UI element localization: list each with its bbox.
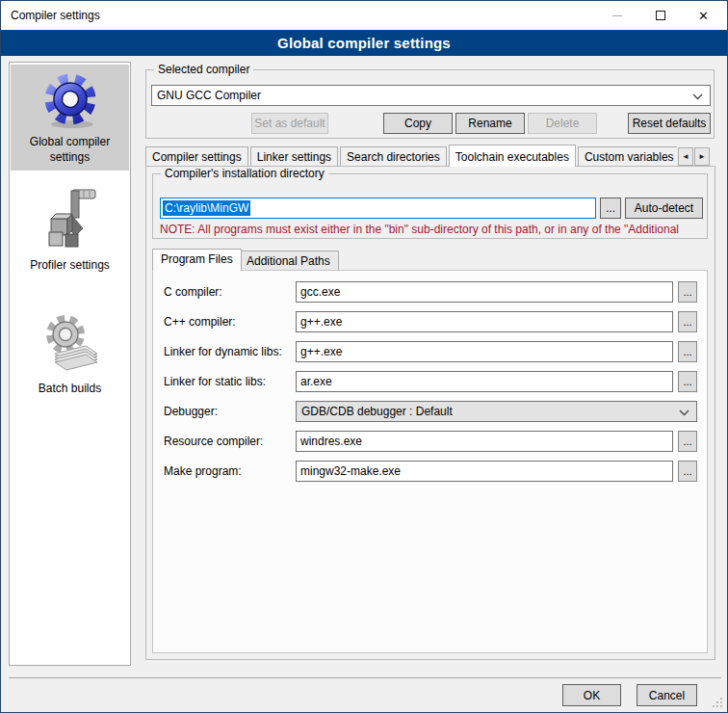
directory-browse-button[interactable]: ... <box>600 198 621 219</box>
debugger-select-value: GDB/CDB debugger : Default <box>301 405 453 418</box>
subtab-program-files[interactable]: Program Files <box>152 249 242 271</box>
dynamic-linker-input[interactable] <box>296 341 673 362</box>
batch-builds-gear-icon <box>39 309 101 379</box>
resize-grip[interactable] <box>711 696 723 708</box>
field-row-c-compiler: C compiler: ... <box>153 281 707 303</box>
compiler-settings-dialog: Compiler settings ✕ Global compiler sett… <box>0 0 728 713</box>
sidebar-item-label: Profiler settings <box>11 257 129 278</box>
sidebar-item-global-compiler-settings[interactable]: Global compiler settings <box>11 65 129 171</box>
browse-button[interactable]: ... <box>678 311 697 332</box>
field-label: Debugger: <box>164 405 218 418</box>
field-row-cpp-compiler: C++ compiler: ... <box>153 311 707 332</box>
compiler-tabs: Compiler settings Linker settings Search… <box>145 145 677 167</box>
field-label: C++ compiler: <box>164 315 236 329</box>
maximize-icon <box>656 11 665 20</box>
field-row-static-linker: Linker for static libs: ... <box>153 371 707 392</box>
close-icon: ✕ <box>698 10 709 22</box>
tab-compiler-settings[interactable]: Compiler settings <box>145 146 248 167</box>
delete-button[interactable]: Delete <box>528 113 597 134</box>
browse-button[interactable]: ... <box>678 431 697 452</box>
settings-category-list: Global compiler settings <box>9 62 131 666</box>
installation-directory-legend: Compiler's installation directory <box>161 167 328 180</box>
sidebar-item-label: Global compiler settings <box>11 134 129 171</box>
make-program-input[interactable] <box>296 461 673 482</box>
selected-compiler-group: Selected compiler GNU GCC Compiler Set a… <box>145 69 715 139</box>
browse-button[interactable]: ... <box>678 371 697 392</box>
footer-separator <box>9 677 721 678</box>
window-controls: ✕ <box>595 1 725 30</box>
rename-button[interactable]: Rename <box>455 113 525 134</box>
maximize-button[interactable] <box>638 1 682 30</box>
tab-scroll-right-button[interactable]: ► <box>694 147 710 166</box>
chevron-down-icon <box>692 93 703 100</box>
field-label: Resource compiler: <box>164 435 263 448</box>
window-title: Compiler settings <box>11 1 100 30</box>
program-files-page: C compiler: ... C++ compiler: ... Linker… <box>152 270 708 653</box>
title-bar[interactable]: Compiler settings ✕ <box>1 1 727 30</box>
set-as-default-button[interactable]: Set as default <box>251 113 328 134</box>
subtab-additional-paths[interactable]: Additional Paths <box>238 251 339 272</box>
selected-compiler-legend: Selected compiler <box>154 63 253 76</box>
note-text: NOTE: All programs must exist either in … <box>160 223 711 236</box>
sidebar-item-batch-builds[interactable]: Batch builds <box>11 304 129 402</box>
gear-blue-icon <box>39 70 101 132</box>
field-row-resource-compiler: Resource compiler: ... <box>153 431 707 452</box>
cancel-button[interactable]: Cancel <box>637 684 697 706</box>
field-label: Make program: <box>164 464 242 478</box>
profiler-caliper-icon <box>39 186 101 255</box>
reset-defaults-button[interactable]: Reset defaults <box>628 113 711 134</box>
field-label: Linker for static libs: <box>164 375 266 388</box>
browse-button[interactable]: ... <box>678 281 697 303</box>
auto-detect-button[interactable]: Auto-detect <box>625 198 703 219</box>
minimize-button[interactable] <box>595 1 638 30</box>
chevron-down-icon <box>679 409 689 416</box>
tab-linker-settings[interactable]: Linker settings <box>250 146 338 167</box>
tab-custom-variables[interactable]: Custom variables <box>578 146 677 167</box>
installation-directory-input[interactable]: C:\raylib\MinGW <box>160 198 596 219</box>
debugger-select[interactable]: GDB/CDB debugger : Default <box>296 401 697 422</box>
sidebar-item-label: Batch builds <box>11 381 129 402</box>
field-label: C compiler: <box>164 285 222 299</box>
compiler-select[interactable]: GNU GCC Compiler <box>151 85 711 106</box>
sidebar-item-profiler-settings[interactable]: Profiler settings <box>11 180 129 278</box>
ok-button[interactable]: OK <box>562 684 621 706</box>
browse-button[interactable]: ... <box>678 461 697 482</box>
tab-search-directories[interactable]: Search directories <box>340 146 447 167</box>
copy-button[interactable]: Copy <box>383 113 453 134</box>
field-row-dynamic-linker: Linker for dynamic libs: ... <box>153 341 707 362</box>
field-row-make-program: Make program: ... <box>153 461 707 482</box>
tab-toolchain-executables[interactable]: Toolchain executables <box>449 145 576 167</box>
static-linker-input[interactable] <box>296 371 673 392</box>
close-button[interactable]: ✕ <box>682 1 725 30</box>
compiler-select-value: GNU GCC Compiler <box>157 89 261 102</box>
browse-button[interactable]: ... <box>678 341 697 362</box>
minimize-icon <box>612 15 622 16</box>
field-label: Linker for dynamic libs: <box>164 345 282 358</box>
resource-compiler-input[interactable] <box>296 431 673 452</box>
field-row-debugger: Debugger: GDB/CDB debugger : Default <box>153 401 707 422</box>
banner: Global compiler settings <box>1 30 727 56</box>
cpp-compiler-input[interactable] <box>296 311 673 332</box>
banner-title: Global compiler settings <box>277 35 451 51</box>
tab-scroll-left-button[interactable]: ◄ <box>678 147 693 166</box>
installation-directory-value: C:\raylib\MinGW <box>163 200 250 216</box>
c-compiler-input[interactable] <box>296 281 673 303</box>
